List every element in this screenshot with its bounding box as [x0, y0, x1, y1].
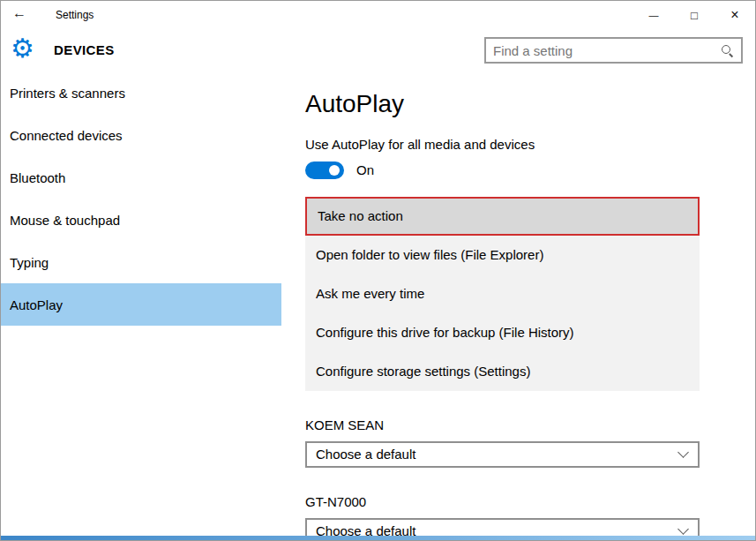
- sidebar: Printers & scanners Connected devices Bl…: [1, 71, 281, 540]
- search-box[interactable]: [484, 37, 743, 64]
- option-configure-backup[interactable]: Configure this drive for backup (File Hi…: [305, 313, 700, 352]
- autoplay-toggle-label: Use AutoPlay for all media and devices: [305, 137, 700, 152]
- sidebar-item-connected-devices[interactable]: Connected devices: [1, 114, 281, 156]
- chevron-down-icon: [677, 523, 689, 535]
- autoplay-toggle[interactable]: [305, 162, 344, 179]
- option-take-no-action[interactable]: Take no action: [305, 197, 700, 236]
- maximize-button[interactable]: □: [674, 1, 715, 29]
- toggle-state-label: On: [356, 162, 374, 177]
- sidebar-item-bluetooth[interactable]: Bluetooth: [1, 156, 281, 199]
- combobox-value: Choose a default: [316, 447, 415, 462]
- sidebar-item-label: Mouse & touchpad: [10, 213, 120, 228]
- option-open-folder[interactable]: Open folder to view files (File Explorer…: [305, 236, 700, 274]
- search-input[interactable]: [486, 43, 721, 58]
- chevron-down-icon: [677, 447, 689, 458]
- device-name-gt-n7000: GT-N7000: [305, 494, 700, 509]
- header: ⚙ DEVICES: [1, 29, 755, 71]
- page-heading: AutoPlay: [305, 89, 700, 119]
- sidebar-item-label: AutoPlay: [10, 297, 63, 312]
- sidebar-item-autoplay[interactable]: AutoPlay: [1, 283, 281, 326]
- gear-icon: ⚙: [11, 31, 34, 66]
- autoplay-toggle-row: On: [305, 162, 700, 179]
- window-title: Settings: [56, 9, 94, 21]
- back-button[interactable]: ←: [12, 5, 26, 21]
- option-configure-storage[interactable]: Configure storage settings (Settings): [305, 352, 700, 391]
- koem-sean-default-select[interactable]: Choose a default: [305, 441, 700, 468]
- device-name-koem-sean: KOEM SEAN: [305, 417, 700, 432]
- sidebar-item-label: Bluetooth: [10, 170, 65, 185]
- sidebar-item-label: Printers & scanners: [10, 86, 125, 101]
- bottom-edge: [1, 536, 755, 540]
- sidebar-item-printers-scanners[interactable]: Printers & scanners: [1, 71, 281, 114]
- search-icon[interactable]: [721, 44, 734, 57]
- sidebar-item-label: Connected devices: [10, 128, 123, 143]
- main-content: AutoPlay Use AutoPlay for all media and …: [305, 71, 700, 541]
- autoplay-options-list: Take no action Open folder to view files…: [305, 197, 700, 391]
- page-title: DEVICES: [54, 42, 115, 57]
- titlebar: ← Settings — □ ×: [1, 1, 755, 29]
- sidebar-item-mouse-touchpad[interactable]: Mouse & touchpad: [1, 199, 281, 241]
- close-button[interactable]: ×: [715, 1, 755, 29]
- option-ask-every-time[interactable]: Ask me every time: [305, 274, 700, 313]
- sidebar-item-typing[interactable]: Typing: [1, 241, 281, 283]
- window-controls: — □ ×: [633, 1, 755, 29]
- minimize-button[interactable]: —: [633, 1, 674, 29]
- sidebar-item-label: Typing: [10, 255, 49, 270]
- settings-window: ← Settings — □ × ⚙ DEVICES Printers & sc…: [0, 0, 756, 541]
